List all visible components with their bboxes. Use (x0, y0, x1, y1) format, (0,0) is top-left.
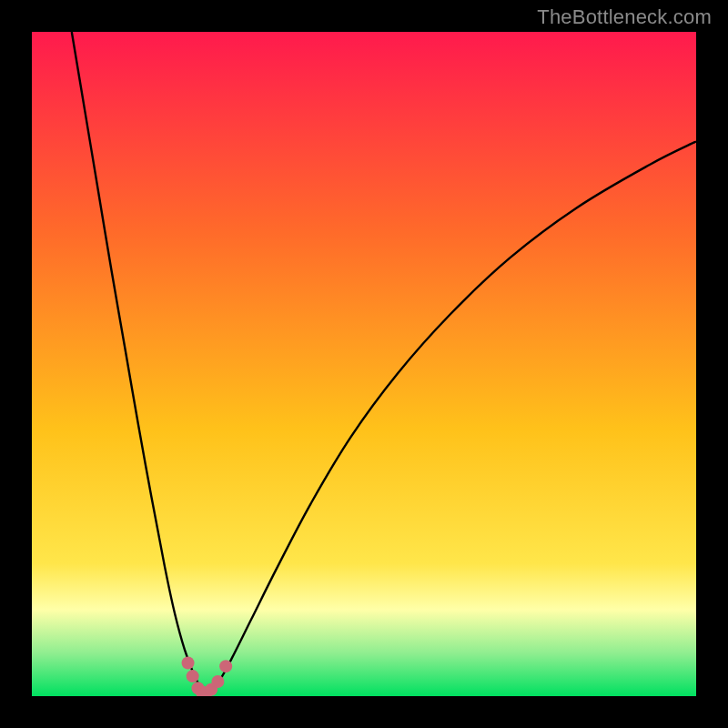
watermark-text: TheBottleneck.com (537, 5, 712, 29)
bottom-marker (219, 660, 232, 672)
gradient-rect (32, 32, 696, 696)
plot-area (32, 32, 696, 696)
bottom-marker (182, 657, 195, 670)
outer-frame: TheBottleneck.com (0, 0, 728, 728)
bottom-marker (187, 670, 199, 682)
bottom-marker (211, 675, 224, 688)
